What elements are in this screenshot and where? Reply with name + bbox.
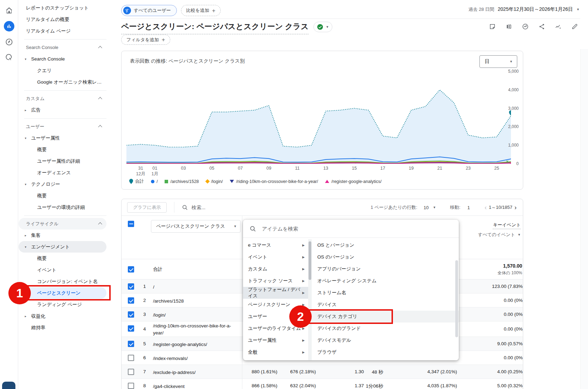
sidebar-item-acquisition[interactable]: ▸集客 <box>19 229 106 241</box>
row-checkbox[interactable] <box>128 341 134 347</box>
menu-group-event[interactable]: イベント▶ <box>243 251 308 263</box>
sidebar-item-engagement[interactable]: ▾エンゲージメント <box>19 241 106 253</box>
chevron-up-icon[interactable] <box>98 222 102 226</box>
menu-group-geography[interactable]: 地域▶ <box>243 358 308 360</box>
home-icon[interactable] <box>5 6 13 15</box>
sidebar-item-demographics-overview[interactable]: 概要 <box>19 144 106 155</box>
row-checkbox[interactable] <box>128 369 134 375</box>
menu-group-general[interactable]: 全般▶ <box>243 346 308 358</box>
sidebar-item-advertising[interactable]: ▸広告 <box>19 104 106 116</box>
sidebar-item-header-search-console[interactable]: Search Console <box>19 42 106 53</box>
prev-page-icon[interactable]: ‹ <box>483 204 489 211</box>
explore-icon[interactable] <box>5 38 13 46</box>
expand-arrow-icon[interactable]: ▸ <box>23 108 28 112</box>
dimension-selector[interactable]: ページパスとスクリーン クラス ▼ <box>151 220 241 233</box>
next-page-icon[interactable]: › <box>512 204 519 211</box>
sidebar-item-demographic-details[interactable]: ユーザー属性の詳細 <box>19 155 106 167</box>
reports-icon[interactable] <box>4 21 14 31</box>
menu-group-traffic-source[interactable]: トラフィック ソース▶ <box>243 275 308 287</box>
menu-group-user-attributes[interactable]: ユーザー属性▶ <box>243 334 308 346</box>
advertising-icon[interactable] <box>5 53 13 62</box>
menu-scrollbar-track[interactable] <box>308 239 312 360</box>
sidebar-item-technology[interactable]: ▾テクノロジー <box>19 178 106 190</box>
sidebar-item-header-lifecycle[interactable]: ライフサイクル <box>19 218 106 229</box>
sidebar-item-search-console[interactable]: ▾Search Console <box>19 53 106 65</box>
collapse-arrow-icon[interactable]: ▾ <box>23 136 28 140</box>
table-row-8[interactable]: 8/ga4-clickevent866 (1.58%)632 (2.04%)1.… <box>122 379 523 389</box>
insights-bubble[interactable] <box>2 382 15 389</box>
expand-arrow-icon[interactable]: ▸ <box>23 314 28 318</box>
row-checkbox[interactable] <box>128 325 134 332</box>
row-checkbox[interactable] <box>128 297 134 304</box>
row-checkbox[interactable] <box>128 311 134 318</box>
table-row-7[interactable]: 7/exclude-ip-address/880 (1.61%)676 (2.1… <box>122 365 523 379</box>
menu-group-ecommerce[interactable]: e コマース▶ <box>243 239 308 251</box>
edit-icon[interactable] <box>571 23 578 30</box>
menu-item-os-version[interactable]: OS のバージョン <box>312 251 459 263</box>
collapse-arrow-icon[interactable]: ▾ <box>23 57 28 61</box>
menu-search[interactable] <box>243 220 459 238</box>
sidebar-item-monetization[interactable]: ▸収益化 <box>19 310 106 322</box>
sidebar-item-header-custom[interactable]: カスタム <box>19 93 106 104</box>
chevron-up-icon[interactable] <box>98 46 102 50</box>
collapse-arrow-icon[interactable]: ▾ <box>23 245 28 249</box>
collapse-arrow-icon[interactable]: ▾ <box>23 183 28 186</box>
total-row-checkbox[interactable] <box>128 266 134 273</box>
comparison-icon[interactable] <box>505 23 512 30</box>
sidebar-item-retention[interactable]: 維持率 <box>19 322 106 333</box>
goto-value[interactable]: 1 <box>468 205 470 210</box>
sidebar-item-realtime-overview[interactable]: リアルタイムの概要 <box>19 14 106 25</box>
legend-item[interactable]: /register-google-analytics/ <box>325 179 381 184</box>
note-icon[interactable] <box>489 23 496 30</box>
line-chart-plot[interactable]: ×∗ <box>126 71 511 164</box>
show-on-chart-button[interactable]: グラフに表示 <box>127 202 167 213</box>
table-search[interactable] <box>182 199 269 216</box>
rows-per-page-value[interactable]: 10 <box>424 205 429 210</box>
share-icon[interactable] <box>538 23 545 30</box>
legend-item[interactable]: /archives/1528 <box>165 179 199 184</box>
menu-item-device[interactable]: デバイス <box>312 299 459 311</box>
sidebar-item-audiences[interactable]: オーディエンス <box>19 167 106 178</box>
sidebar-item-tech-overview[interactable]: 概要 <box>19 190 106 201</box>
expand-arrow-icon[interactable]: ▸ <box>23 234 28 237</box>
date-range-picker[interactable]: 過去 28 日間 2025年12月30日～2026年1月26日 ▼ <box>469 6 580 13</box>
page-title[interactable]: ページとスクリーン: ページパスとスクリーン クラス <box>121 21 309 34</box>
trends-icon[interactable] <box>555 23 562 30</box>
sidebar-item-queries[interactable]: クエリ <box>19 65 106 76</box>
submenu-scrollbar-thumb[interactable] <box>455 260 458 337</box>
add-filter-button[interactable]: フィルタを追加 + <box>121 35 170 45</box>
right-panel-rail[interactable] <box>580 49 588 389</box>
menu-item-operating-system[interactable]: オペレーティング システム <box>312 275 459 287</box>
menu-group-platform-device[interactable]: プラットフォーム / デバイス▶ <box>243 287 308 299</box>
legend-item[interactable]: 合計 <box>129 178 144 184</box>
key-events-header-label[interactable]: キーイベント <box>493 222 521 229</box>
menu-group-custom[interactable]: カスタム▶ <box>243 263 308 275</box>
legend-item[interactable]: /riding-10km-on-crossover-bike-for-a-yea… <box>230 179 318 184</box>
chevron-up-icon[interactable] <box>98 125 102 129</box>
menu-item-platform[interactable]: プラットフォーム <box>312 358 459 360</box>
legend-item[interactable]: /login/ <box>206 179 223 184</box>
menu-item-device-brand[interactable]: デバイスのブランド <box>312 323 459 334</box>
chevron-up-icon[interactable] <box>98 97 102 101</box>
granularity-select[interactable]: 日 ▼ <box>479 55 517 68</box>
sidebar-item-events[interactable]: イベント <box>19 264 106 276</box>
report-status-badge[interactable]: ▼ <box>313 22 332 32</box>
sidebar-item-header-user[interactable]: ユーザー <box>19 121 106 132</box>
row-checkbox[interactable] <box>128 355 134 361</box>
table-search-input[interactable] <box>192 205 269 210</box>
sidebar-item-realtime-pages[interactable]: リアルタイム ページ <box>19 25 106 37</box>
menu-search-input[interactable] <box>262 226 402 232</box>
audience-chip-all-users[interactable]: す すべてのユーザー <box>121 5 177 16</box>
menu-item-device-model[interactable]: デバイスモデル <box>312 334 459 346</box>
row-checkbox[interactable] <box>128 283 134 290</box>
menu-scrollbar-thumb[interactable] <box>309 241 311 280</box>
key-events-filter[interactable]: すべてのイベント ▼ <box>478 232 521 238</box>
legend-item[interactable]: / <box>151 179 158 184</box>
menu-item-browser[interactable]: ブラウザ <box>312 346 459 358</box>
select-all-checkbox[interactable] <box>128 221 134 227</box>
chevron-down-icon[interactable]: ▼ <box>433 206 436 209</box>
add-comparison-button[interactable]: 比較を追加 + <box>181 5 221 16</box>
sidebar-item-user-attributes[interactable]: ▾ユーザー属性 <box>19 132 106 144</box>
sidebar-item-tech-details[interactable]: ユーザーの環境の詳細 <box>19 201 106 213</box>
sidebar-item-google-organic-search[interactable]: Google オーガニック検索レ… <box>19 76 106 88</box>
